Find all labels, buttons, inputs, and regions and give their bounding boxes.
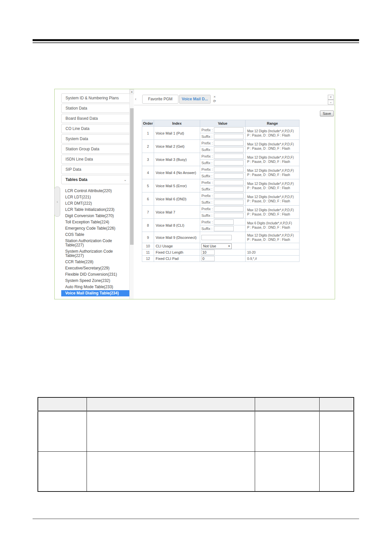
sidebar-item-station-data[interactable]: Station Data xyxy=(61,104,130,113)
sidebar-link-flexible-did-conversion-231-[interactable]: Flexible DID Conversion(231) xyxy=(61,271,130,278)
range-cell: Max 12 Digits (Include*,#,P,D,F)P : Paus… xyxy=(246,179,300,192)
value-label: Suffix : xyxy=(201,227,214,231)
index-cell: Voice Mail 4 (No Answer) xyxy=(154,166,200,179)
table-row: 4Voice Mail 4 (No Answer)Prefix :Max 12 … xyxy=(142,166,300,173)
voice-mail-9-disconnect--input[interactable] xyxy=(201,235,232,240)
voice-mail-2-get--suffix-input[interactable] xyxy=(214,147,244,152)
empty-cell xyxy=(87,451,255,491)
voice-mail-3-busy--prefix-input[interactable] xyxy=(214,154,244,159)
table-row: 5Voice Mail 5 (Error)Prefix :Max 12 Digi… xyxy=(142,179,300,186)
tab-refresh-icon[interactable]: ⟳ xyxy=(212,99,217,103)
sidebar-link-digit-conversion-table-270-[interactable]: Digit Conversion Table(270) xyxy=(61,213,130,219)
sidebar-link-cos-table[interactable]: COS Table xyxy=(61,232,130,238)
sidebar-item-isdn-line-data[interactable]: ISDN Line Data xyxy=(61,155,130,164)
value-cell: Prefix : xyxy=(200,206,246,212)
value-label: Suffix : xyxy=(201,214,214,217)
sidebar-link-voice-mail-dialing-table-234-[interactable]: Voice Mail Dialing Table(234) xyxy=(61,290,130,296)
sidebar-link-lcr-ldt-221-[interactable]: LCR LDT(221) xyxy=(61,194,130,200)
value-label: Prefix : xyxy=(201,167,214,171)
index-cell: Voice Mail 7 xyxy=(154,206,200,219)
value-label: Prefix : xyxy=(201,154,214,158)
range-text: P : Pause, D : DND, F : Flash xyxy=(247,199,299,203)
tab-scroll-left-icon[interactable]: ‹ xyxy=(135,96,136,101)
sidebar: System ID & Numbering PlansStation DataB… xyxy=(61,89,130,299)
manual-table xyxy=(38,397,354,492)
value-cell: Prefix : xyxy=(200,219,246,225)
sidebar-link-lcr-control-attribute-220-[interactable]: LCR Control Attribute(220) xyxy=(61,188,130,194)
sidebar-link-executive-secretary-229-[interactable]: Executive/Secretary(229) xyxy=(61,265,130,271)
table-row: 8Voice Mail 8 (CLI)Prefix :Max 6 Digits … xyxy=(142,219,300,225)
tab-favorite-pgm[interactable]: Favorite PGM xyxy=(142,95,178,104)
sidebar-link-system-speed-zone-232-[interactable]: System Speed Zone(232) xyxy=(61,278,130,284)
table-row: 12Fixed CLI Pad0-9,*,# xyxy=(142,256,300,262)
sidebar-table-links: LCR Control Attribute(220)LCR LDT(221)LC… xyxy=(61,188,130,296)
voice-mail-5-error--prefix-input[interactable] xyxy=(214,180,244,185)
sidebar-scrollbar[interactable]: ▲ xyxy=(129,89,134,299)
sidebar-item-system-data[interactable]: System Data xyxy=(61,134,130,143)
sidebar-link-toll-exception-table-224-[interactable]: Toll Exception Table(224) xyxy=(61,219,130,225)
voice-mail-5-error--suffix-input[interactable] xyxy=(214,187,244,192)
range-text: P : Pause, D : DND, F : Flash xyxy=(247,133,299,138)
voice-mail-1-put--suffix-input[interactable] xyxy=(214,134,244,139)
sidebar-item-co-line-data[interactable]: CO Line Data xyxy=(61,124,130,133)
pane-scroll-down-icon[interactable]: ⌄ xyxy=(328,100,334,105)
voice-mail-2-get--prefix-input[interactable] xyxy=(214,140,244,146)
fixed-cli-pad-input[interactable] xyxy=(201,256,215,261)
sidebar-link-lcr-dmt-222-[interactable]: LCR DMT(222) xyxy=(61,200,130,207)
sidebar-link-emergency-code-table-226-[interactable]: Emergency Code Table(226) xyxy=(61,225,130,232)
tab-voice-mail-dialing[interactable]: Voice Mail D... xyxy=(179,95,211,104)
save-button[interactable]: Save xyxy=(320,111,334,116)
table-row: 10CLI UsageNot Use▼ xyxy=(142,243,300,249)
sidebar-link-auto-ring-mode-table-233-[interactable]: Auto Ring Mode Table(233) xyxy=(61,284,130,290)
voice-mail-1-put--prefix-input[interactable] xyxy=(214,127,244,133)
sidebar-item-board-based-data[interactable]: Board Based Data xyxy=(61,114,130,123)
range-text: Max 12 Digits (Include*,#,P,D,F) xyxy=(247,208,299,212)
tables-data-label: Tables Data xyxy=(65,177,87,182)
voice-mail-6-dnd--prefix-input[interactable] xyxy=(214,193,244,198)
value-cell: Suffix : xyxy=(200,186,246,192)
fixed-cli-length-input[interactable] xyxy=(201,250,215,255)
sidebar-collapse-handle[interactable]: ‹ xyxy=(54,187,60,217)
index-cell: Voice Mail 6 (DND) xyxy=(154,192,200,206)
value-cell: Prefix : xyxy=(200,192,246,199)
range-text: P : Pause, D : DND, F : Flash xyxy=(247,212,299,216)
column-header-index: Index xyxy=(154,120,200,127)
order-cell: 8 xyxy=(142,219,154,232)
voice-mail-8-cli--prefix-input[interactable] xyxy=(214,219,234,225)
sidebar-link-ccr-table-228-[interactable]: CCR Table(228) xyxy=(61,259,130,265)
voice-mail-4-no-answer--prefix-input[interactable] xyxy=(214,167,244,172)
sidebar-link-lcr-table-initialization-223-[interactable]: LCR Table Initialization(223) xyxy=(61,207,130,213)
sidebar-section-tables-data[interactable]: Tables Data ⌄ xyxy=(61,175,130,184)
voice-mail-7-suffix-input[interactable] xyxy=(214,213,244,218)
range-cell: 10-20 xyxy=(246,249,300,256)
table-row: 1Voice Mail 1 (Put)Prefix :Max 12 Digits… xyxy=(142,127,300,133)
pane-close-icon[interactable]: × xyxy=(328,95,334,100)
chevron-down-icon: ⌄ xyxy=(124,175,127,184)
sidebar-menu: System ID & Numbering PlansStation DataB… xyxy=(61,93,130,174)
voice-mail-8-cli--suffix-input[interactable] xyxy=(214,226,234,231)
range-text: P : Pause, D : DND, F : Flash xyxy=(247,173,299,177)
sidebar-item-station-group-data[interactable]: Station Group Data xyxy=(61,144,130,154)
range-cell: Max 12 Digits (Include*,#,P,D,F)P : Paus… xyxy=(246,206,300,219)
column-header-value: Value xyxy=(200,120,246,127)
sidebar-item-system-id-numbering-plans[interactable]: System ID & Numbering Plans xyxy=(61,93,130,103)
voice-mail-3-busy--suffix-input[interactable] xyxy=(214,160,244,165)
scroll-up-icon[interactable]: ▲ xyxy=(130,89,134,94)
index-cell: Voice Mail 1 (Put) xyxy=(154,127,200,140)
manual-table-header-row xyxy=(38,397,354,411)
scrollbar-thumb[interactable] xyxy=(130,108,134,245)
select-arrow-icon: ▼ xyxy=(228,245,230,248)
index-cell: Voice Mail 5 (Error) xyxy=(154,179,200,192)
voice-mail-4-no-answer--suffix-input[interactable] xyxy=(214,173,244,179)
sidebar-item-sip-data[interactable]: SIP Data xyxy=(61,165,130,174)
voice-mail-7-prefix-input[interactable] xyxy=(214,206,244,212)
cli-usage-select[interactable]: Not Use▼ xyxy=(201,243,232,249)
range-text: Max 12 Digits (Include*,#,P,D,F) xyxy=(247,155,299,160)
empty-cell xyxy=(38,451,87,491)
sidebar-link-system-authorization-code-table-227-[interactable]: System Authorization Code Table(227) xyxy=(61,248,130,259)
value-label: Suffix : xyxy=(201,135,214,138)
voice-mail-6-dnd--suffix-input[interactable] xyxy=(214,200,244,205)
table-row: 6Voice Mail 6 (DND)Prefix :Max 12 Digits… xyxy=(142,192,300,199)
sidebar-link-station-authorization-code-table-227-[interactable]: Station Authorization Code Table(227) xyxy=(61,238,130,248)
tab-close-icon[interactable]: × xyxy=(212,95,217,99)
